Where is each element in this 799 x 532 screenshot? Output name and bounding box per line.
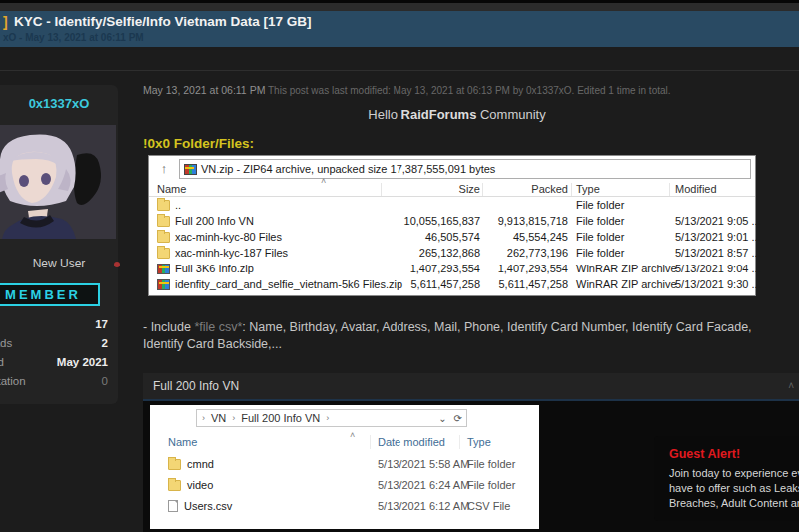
thread-header: ] KYC - Identify/Selfie/Info Vietnam Dat… bbox=[0, 11, 799, 47]
archive-row[interactable]: Full 3K6 Info.zip 1,407,293,554 1,407,29… bbox=[149, 262, 755, 277]
thread-tag-fragment: ] bbox=[3, 14, 8, 30]
include-paragraph: - Include *file csv*: Name, Birthday, Av… bbox=[143, 319, 776, 353]
file-type: File folder bbox=[576, 199, 624, 211]
breadcrumb-full-200-info-vn[interactable]: Full 200 Info VN bbox=[241, 412, 320, 424]
chevron-right-icon: › bbox=[326, 413, 329, 423]
file-size: 1,407,293,554 bbox=[389, 263, 480, 274]
archive-row[interactable]: Full 200 Info VN 10,055,165,837 9,913,81… bbox=[149, 214, 755, 230]
winrar-file-list: .. File folder Full 200 Info VN 10,055,1… bbox=[149, 198, 755, 293]
column-name[interactable]: Name bbox=[168, 436, 197, 448]
file-type: WinRAR ZIP archive bbox=[576, 278, 677, 290]
winrar-window: ↑ VN.zip - ZIP64 archive, unpacked size … bbox=[148, 155, 756, 296]
explorer-window: › VN › Full 200 Info VN › ⌄ ⟳ Name ˄ Dat… bbox=[150, 405, 539, 529]
post-meta: May 13, 2021 at 06:11 PM This post was l… bbox=[143, 84, 772, 96]
column-separator bbox=[571, 183, 572, 196]
explorer-row[interactable]: video 5/13/2021 6:24 AM File folder bbox=[150, 476, 539, 497]
thread-author-line[interactable]: xO - May 13, 2021 at 06:11 PM bbox=[3, 32, 144, 43]
spoiler-header[interactable]: Full 200 Info VN ˄ bbox=[143, 373, 799, 399]
status-dot-icon bbox=[114, 262, 120, 267]
column-separator bbox=[669, 183, 670, 196]
stat-joined: Joined May 2021 bbox=[0, 354, 118, 373]
column-separator bbox=[381, 183, 382, 196]
file-name: xac-minh-kyc-187 Files bbox=[175, 247, 288, 259]
stat-value: May 2021 bbox=[57, 356, 108, 368]
file-type-icon bbox=[157, 216, 170, 227]
file-type: File folder bbox=[467, 479, 515, 491]
guest-alert-box: Guest Alert! Join today to experience ev… bbox=[654, 436, 799, 521]
file-name: idenfity_card_and_selfie_vietnam-5k6 Fil… bbox=[175, 278, 402, 290]
archive-row[interactable]: xac-minh-kyc-187 Files 265,132,868 262,7… bbox=[149, 246, 755, 262]
avatar[interactable] bbox=[0, 125, 116, 239]
archive-row[interactable]: idenfity_card_and_selfie_vietnam-5k6 Fil… bbox=[149, 277, 755, 293]
file-name: Users.csv bbox=[184, 500, 232, 512]
stat-label: Reputation bbox=[0, 375, 26, 387]
post-modified-note: This post was last modified: May 13, 202… bbox=[268, 85, 671, 96]
greeting-forum-name: RaidForums bbox=[401, 107, 477, 122]
explorer-row[interactable]: Users.csv 5/13/2021 6:12 AM CSV File bbox=[150, 497, 539, 518]
file-name: .. bbox=[175, 199, 181, 211]
file-modified: 5/13/2021 9:04 ... bbox=[675, 263, 761, 274]
folder-files-heading: !0x0 Folder/Files: bbox=[143, 136, 254, 151]
file-type-icon bbox=[157, 248, 170, 259]
chevron-right-icon: › bbox=[202, 413, 205, 423]
file-type: File folder bbox=[467, 458, 515, 470]
author-username[interactable]: 0x1337xO bbox=[0, 96, 118, 111]
stat-label: Joined bbox=[0, 356, 4, 368]
archive-row[interactable]: .. File folder bbox=[149, 198, 755, 214]
file-name: cmnd bbox=[187, 458, 214, 470]
file-type: File folder bbox=[576, 231, 624, 243]
file-name: Full 200 Info VN bbox=[175, 215, 254, 227]
top-gray-strip bbox=[0, 3, 799, 11]
file-date: 5/13/2021 6:24 AM bbox=[378, 479, 469, 491]
guest-alert-line: have to offer such as Leaks, Data bbox=[669, 481, 799, 496]
explorer-column-headers: Name ˄ Date modified Type bbox=[150, 433, 539, 451]
author-stats: Posts 17 Threads 2 Joined May 2021 Reput… bbox=[0, 316, 118, 392]
guest-alert-title: Guest Alert! bbox=[669, 447, 799, 461]
author-panel: 0x1337xO New User MEMBER Posts 17 Thread… bbox=[0, 85, 118, 404]
thread-title: KYC - Identify/Selfie/Info Vietnam Data … bbox=[14, 14, 312, 29]
collapse-caret-icon[interactable]: ˄ bbox=[788, 373, 794, 399]
stat-value: 17 bbox=[95, 318, 108, 330]
breadcrumb-vn[interactable]: VN bbox=[211, 412, 226, 424]
post-date: May 13, 2021 at 06:11 PM bbox=[143, 84, 265, 96]
file-type: File folder bbox=[576, 215, 624, 227]
include-prefix: - Include bbox=[143, 320, 194, 334]
post-top-divider bbox=[0, 70, 799, 71]
refresh-icon[interactable]: ⟳ bbox=[454, 413, 462, 424]
file-modified: 5/13/2021 9:05 ... bbox=[675, 215, 761, 227]
archive-row[interactable]: xac-minh-kyc-80 Files 46,505,574 45,554,… bbox=[149, 230, 755, 246]
explorer-address-bar[interactable]: › VN › Full 200 Info VN › ⌄ ⟳ bbox=[196, 409, 467, 427]
column-name[interactable]: Name bbox=[157, 183, 186, 195]
file-type: WinRAR ZIP archive bbox=[576, 263, 677, 274]
column-separator bbox=[459, 435, 460, 449]
file-size: 265,132,868 bbox=[389, 247, 480, 259]
column-type[interactable]: Type bbox=[576, 183, 600, 195]
file-type-icon bbox=[157, 232, 170, 243]
column-date-modified[interactable]: Date modified bbox=[378, 436, 445, 448]
file-type-icon bbox=[168, 480, 181, 491]
file-packed: 9,913,815,718 bbox=[484, 215, 568, 227]
explorer-row[interactable]: cmnd 5/13/2021 5:58 AM File folder bbox=[150, 455, 539, 476]
file-modified: 5/13/2021 9:01 ... bbox=[675, 231, 761, 243]
greeting-prefix: Hello bbox=[368, 107, 400, 122]
winrar-archive-icon bbox=[184, 164, 197, 175]
column-packed[interactable]: Packed bbox=[484, 183, 568, 195]
column-type[interactable]: Type bbox=[467, 436, 491, 448]
guest-alert-line: Breaches, Adult Content and much bbox=[669, 496, 799, 511]
chevron-right-icon: › bbox=[232, 413, 235, 423]
up-arrow-button[interactable]: ↑ bbox=[155, 160, 173, 178]
address-dropdown-icon[interactable]: ⌄ bbox=[438, 413, 446, 424]
file-size: 10,055,165,837 bbox=[389, 215, 480, 227]
explorer-file-list: cmnd 5/13/2021 5:58 AM File folder video… bbox=[150, 455, 539, 518]
column-modified[interactable]: Modified bbox=[675, 183, 717, 195]
sort-caret-icon: ˄ bbox=[321, 176, 326, 186]
column-size[interactable]: Size bbox=[389, 183, 480, 195]
stat-posts: Posts 17 bbox=[0, 316, 118, 335]
file-type: File folder bbox=[576, 247, 624, 259]
winrar-column-headers: Name ˄ Size Packed Type Modified bbox=[149, 182, 755, 197]
avatar-illustration bbox=[0, 125, 116, 239]
archive-address-bar[interactable]: VN.zip - ZIP64 archive, unpacked size 17… bbox=[179, 159, 751, 179]
file-size: 5,611,457,258 bbox=[389, 278, 480, 290]
file-type-icon bbox=[157, 279, 170, 290]
sort-caret-icon: ˄ bbox=[350, 430, 355, 440]
